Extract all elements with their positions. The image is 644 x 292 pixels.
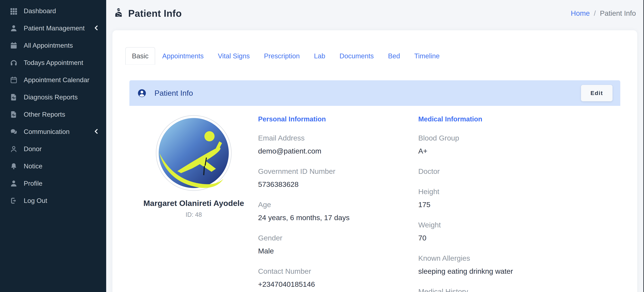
breadcrumb-separator: / [594, 9, 596, 17]
breadcrumb-current: Patient Info [600, 9, 636, 17]
scrollbar[interactable] [643, 0, 644, 292]
patient-id: ID: 48 [186, 211, 202, 218]
field-label: Gender [258, 234, 418, 242]
tab-lab[interactable]: Lab [307, 47, 332, 65]
sidebar-item-todays-appointment[interactable]: Todays Appointment [0, 54, 106, 71]
tab-basic[interactable]: Basic [125, 47, 155, 65]
file-medical-icon [10, 93, 18, 101]
field-age: Age 24 years, 6 months, 17 days [258, 200, 418, 222]
bell-icon [10, 162, 18, 170]
chevron-left-icon [94, 129, 99, 135]
field-height: Height 175 [418, 187, 620, 209]
medical-information-heading: Medical Information [418, 115, 620, 123]
medical-information-section: Medical Information Blood Group A+ Docto… [418, 115, 620, 292]
sidebar-item-all-appointments[interactable]: All Appointments [0, 37, 106, 54]
field-value: demo@patient.com [258, 147, 418, 155]
tab-prescription[interactable]: Prescription [257, 47, 307, 65]
main-content: Patient Info Home / Patient Info Basic A… [106, 0, 644, 292]
panel-title: Patient Info [154, 89, 193, 98]
sign-out-icon [10, 196, 18, 205]
patient-avatar [156, 115, 232, 191]
sidebar-item-label: Diagnosis Reports [24, 94, 78, 101]
sidebar-item-label: Other Reports [24, 111, 65, 118]
field-value: A+ [418, 147, 620, 155]
calendar-outline-icon [10, 76, 18, 84]
avatar-column: Margaret Olanireti Ayodele ID: 48 [130, 115, 258, 292]
sidebar-item-communication[interactable]: Communication [0, 123, 106, 140]
tab-documents[interactable]: Documents [332, 47, 381, 65]
sidebar-item-label: All Appointments [24, 42, 73, 49]
field-value: Male [258, 247, 418, 255]
field-label: Doctor [418, 167, 620, 175]
chevron-left-icon [94, 25, 99, 31]
user-icon [10, 24, 18, 32]
content-card: Basic Appointments Vital Signs Prescript… [112, 30, 637, 292]
field-label: Height [418, 187, 620, 196]
field-label: Known Allergies [418, 254, 620, 262]
patient-name: Margaret Olanireti Ayodele [144, 198, 244, 208]
sidebar-item-diagnosis-reports[interactable]: Diagnosis Reports [0, 89, 106, 106]
patient-info-panel: Patient Info Edit [130, 80, 620, 292]
field-label: Government ID Number [258, 167, 418, 175]
tab-bed[interactable]: Bed [381, 47, 407, 65]
sidebar-item-donor[interactable]: Donor [0, 140, 106, 157]
field-value: 5736383628 [258, 180, 418, 188]
sidebar: Dashboard Patient Management All Appoint… [0, 0, 106, 292]
field-label: Email Address [258, 134, 418, 142]
headphones-icon [10, 58, 18, 67]
field-label: Blood Group [418, 134, 620, 142]
field-doctor: Doctor [418, 167, 620, 175]
field-weight: Weight 70 [418, 221, 620, 242]
user-circle-icon [137, 88, 147, 98]
grid-icon [10, 7, 18, 15]
sidebar-item-label: Notice [24, 162, 42, 170]
field-label: Age [258, 200, 418, 209]
user-icon [10, 179, 18, 188]
sidebar-item-appointment-calendar[interactable]: Appointment Calendar [0, 71, 106, 89]
sidebar-item-label: Donor [24, 145, 42, 153]
field-medical-history: Medical History [418, 288, 620, 292]
field-value: 70 [418, 234, 620, 242]
field-known-allergies: Known Allergies sleeping eating drinkng … [418, 254, 620, 275]
field-blood-group: Blood Group A+ [418, 134, 620, 155]
sidebar-item-label: Appointment Calendar [24, 76, 90, 84]
edit-button[interactable]: Edit [581, 85, 612, 101]
sidebar-item-label: Profile [24, 180, 42, 187]
personal-information-section: Personal Information Email Address demo@… [258, 115, 418, 292]
field-label: Medical History [418, 288, 620, 292]
tab-vital-signs[interactable]: Vital Signs [211, 47, 257, 65]
field-email: Email Address demo@patient.com [258, 134, 418, 155]
sidebar-item-patient-management[interactable]: Patient Management [0, 20, 106, 37]
field-government-id: Government ID Number 5736383628 [258, 167, 418, 188]
field-value: +2347040185146 [258, 280, 418, 288]
tab-timeline[interactable]: Timeline [407, 47, 447, 65]
field-label: Contact Number [258, 267, 418, 275]
field-value: 175 [418, 200, 620, 209]
breadcrumb: Home / Patient Info [571, 9, 636, 17]
field-gender: Gender Male [258, 234, 418, 255]
field-value: 24 years, 6 months, 17 days [258, 214, 418, 222]
sidebar-item-dashboard[interactable]: Dashboard [0, 2, 106, 20]
field-value: sleeping eating drinkng water [418, 267, 620, 275]
sidebar-item-label: Communication [24, 128, 70, 136]
user-outline-icon [10, 145, 18, 153]
sidebar-item-notice[interactable]: Notice [0, 157, 106, 175]
page-title: Patient Info [128, 8, 182, 19]
breadcrumb-home-link[interactable]: Home [571, 9, 590, 17]
sidebar-item-profile[interactable]: Profile [0, 175, 106, 192]
user-injured-icon [114, 8, 124, 19]
patient-info-panel-header: Patient Info Edit [130, 80, 620, 106]
field-contact-number: Contact Number +2347040185146 [258, 267, 418, 288]
sidebar-nav: Dashboard Patient Management All Appoint… [0, 0, 106, 209]
sidebar-item-label: Log Out [24, 197, 47, 204]
tab-bar: Basic Appointments Vital Signs Prescript… [125, 47, 447, 65]
calendar-solid-icon [10, 41, 18, 50]
page-title-wrap: Patient Info [114, 8, 182, 19]
sidebar-item-logout[interactable]: Log Out [0, 192, 106, 209]
tab-appointments[interactable]: Appointments [155, 47, 211, 65]
patient-info-panel-body: Margaret Olanireti Ayodele ID: 48 Person… [130, 106, 620, 292]
personal-information-heading: Personal Information [258, 115, 418, 123]
comments-icon [10, 128, 18, 136]
sidebar-item-other-reports[interactable]: Other Reports [0, 106, 106, 123]
sidebar-item-label: Dashboard [24, 7, 56, 15]
